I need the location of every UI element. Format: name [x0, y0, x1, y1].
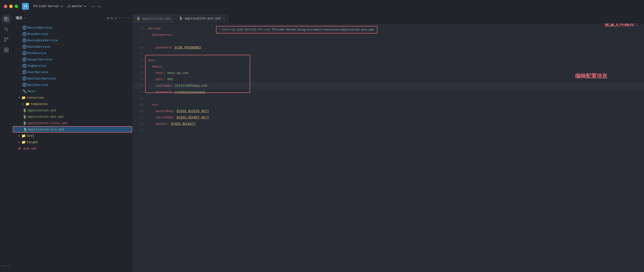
- project-name[interactable]: ThriveX-Server ▾: [33, 5, 63, 8]
- branch-selector[interactable]: ⎇ master ▾: [67, 5, 86, 8]
- tree-item-resources[interactable]: ▼ 📁 resources: [13, 94, 132, 101]
- interface-icon: I: [22, 51, 26, 55]
- redo-button[interactable]: ↪: [98, 4, 100, 9]
- svg-rect-1: [6, 17, 8, 18]
- code-line-15: port: 465: [148, 76, 644, 83]
- main-layout: ··· 项目 ▾ ⊕ ⇅ ✕ ··· — I RecordService: [0, 13, 644, 272]
- interface-icon: I: [22, 45, 26, 49]
- chevron-right-icon: ▶: [18, 141, 20, 144]
- activity-git[interactable]: [2, 35, 11, 44]
- svg-rect-10: [6, 48, 8, 50]
- tab-close-icon[interactable]: ✕: [223, 16, 225, 21]
- tree-item-test[interactable]: ▶ 📁 test: [13, 133, 132, 139]
- tree-item-WallCateService[interactable]: I WallCateService: [13, 75, 132, 82]
- tree-item-application-pro-yml[interactable]: 🍃 application-pro.yml: [13, 126, 132, 133]
- code-line-11: [148, 51, 644, 57]
- tree-item-RssService[interactable]: I RssService: [13, 50, 132, 56]
- interface-icon: I: [22, 32, 26, 36]
- tree-item-application-yml[interactable]: 🍃 application.yml: [13, 107, 132, 114]
- close-sidebar-icon[interactable]: ✕: [114, 16, 117, 21]
- tree-item-target[interactable]: ▶ 📁 target: [13, 139, 132, 145]
- code-line-12: lyy:: [148, 57, 644, 64]
- tree-item-application-dev-yml[interactable]: 🍃 application-dev.yml: [13, 114, 132, 120]
- collapse-sidebar-icon[interactable]: —: [127, 16, 129, 21]
- tree-item-RoleService[interactable]: I RoleService: [13, 31, 132, 37]
- activity-explorer[interactable]: [2, 15, 11, 24]
- code-line-20: accessKey: ${OSS_ACCESS_KEY}: [148, 108, 644, 114]
- fullscreen-button[interactable]: [15, 5, 18, 8]
- interface-icon: I: [22, 58, 26, 61]
- editor-area: 🍃 application.yml 🍃 application-pro.yml …: [132, 13, 644, 272]
- sidebar-actions: ⊕ ⇅ ✕ ··· —: [107, 16, 129, 21]
- code-line-23: [148, 127, 644, 134]
- activity-extensions[interactable]: [2, 46, 11, 54]
- interface-icon: I: [22, 70, 26, 74]
- close-button[interactable]: [4, 5, 7, 8]
- tab-application-yml[interactable]: 🍃 application.yml: [132, 14, 175, 23]
- code-line-13: email:: [148, 64, 644, 70]
- code-line-19: oss:: [148, 102, 644, 108]
- tree-item-application-local-yml[interactable]: 🍃 application-local.yml: [13, 120, 132, 126]
- code-line-dots: ···: [148, 38, 644, 45]
- titlebar: TX ThriveX-Server ▾ ⎇ master ▾ ↩ ↪: [0, 0, 644, 13]
- sidebar-tree: I RecordService I RoleService I RouteRol…: [13, 24, 132, 272]
- tab-application-pro-yml[interactable]: 🍃 application-pro.yml ✕: [175, 14, 229, 23]
- sort-icon[interactable]: ⇅: [111, 16, 113, 21]
- code-line-10: password: ${DB_PASSWORD}: [148, 45, 644, 51]
- line-numbers: 4 5 ... 10 11 12 13 14 15 16 17 18 19 20…: [132, 24, 145, 272]
- svg-line-5: [7, 30, 8, 31]
- code-area[interactable]: spring: datasource: ··· password: ${DB_P…: [145, 24, 644, 272]
- code-line-18: [148, 95, 644, 102]
- svg-rect-12: [6, 50, 8, 52]
- svg-point-6: [4, 38, 6, 39]
- tree-item-WallService[interactable]: I WallService: [13, 82, 132, 88]
- traffic-lights: [4, 5, 18, 8]
- code-line-22: bucket: ${OSS_BUCKET}: [148, 121, 644, 127]
- svg-rect-9: [4, 48, 6, 50]
- tree-item-RecordService[interactable]: I RecordService: [13, 25, 132, 31]
- code-line-16: username: 3311118881@qq.com: [148, 83, 644, 89]
- chevron-down-icon: ▼: [18, 96, 20, 99]
- tab-bar: 🍃 application.yml 🍃 application-pro.yml …: [132, 13, 644, 24]
- config-path-label: 配置文件路径：: [605, 24, 639, 28]
- undo-button[interactable]: ↩: [92, 4, 95, 9]
- activity-more[interactable]: ···: [2, 261, 11, 270]
- chevron-right-icon: ▶: [22, 103, 24, 105]
- minimize-button[interactable]: [9, 5, 13, 8]
- code-line-17: password: srqbbbubaaaaaaaa: [148, 89, 644, 95]
- tree-item-Main[interactable]: 🔧 Main: [13, 88, 132, 94]
- app-icon: TX: [22, 3, 29, 10]
- svg-rect-2: [6, 19, 8, 21]
- tree-item-TagService[interactable]: I TagService: [13, 63, 132, 69]
- tree-item-RouteService[interactable]: I RouteService: [13, 44, 132, 50]
- svg-rect-11: [4, 50, 6, 52]
- sidebar-title: 项目 ▾: [16, 16, 26, 20]
- code-line-21: secretKey: ${OSS_SECRET_KEY}: [148, 114, 644, 121]
- chevron-right-icon: ▶: [18, 134, 20, 137]
- activity-bar: ···: [0, 13, 13, 272]
- edit-config-label: 编辑配置信息: [575, 72, 607, 80]
- tree-item-RouteRoleService[interactable]: I RouteRoleService: [13, 37, 132, 44]
- titlebar-actions: ↩ ↪: [92, 4, 100, 9]
- sidebar: 项目 ▾ ⊕ ⇅ ✕ ··· — I RecordService I RoleS…: [13, 13, 132, 272]
- interface-icon: I: [22, 26, 26, 30]
- svg-rect-0: [4, 17, 6, 19]
- tree-item-templates[interactable]: ▶ 📁 templates: [13, 101, 132, 107]
- code-line-14: host: smtp.qq.com: [148, 70, 644, 76]
- svg-rect-3: [4, 20, 6, 21]
- interface-icon: I: [22, 38, 26, 42]
- svg-point-8: [4, 40, 6, 42]
- tree-item-pom-xml[interactable]: m pom.xml: [13, 145, 132, 152]
- tree-item-UserService[interactable]: I UserService: [13, 69, 132, 75]
- interface-icon: I: [22, 64, 26, 68]
- interface-icon: I: [22, 77, 26, 81]
- sidebar-header: 项目 ▾ ⊕ ⇅ ✕ ··· —: [13, 13, 132, 24]
- more-options-icon[interactable]: ···: [118, 16, 126, 21]
- path-tooltip: ~/Desktop/桌面/项目合集/ThriveX ThriveX-Server…: [216, 26, 378, 34]
- interface-icon: I: [22, 83, 26, 87]
- editor-content: 4 5 ... 10 11 12 13 14 15 16 17 18 19 20…: [132, 24, 644, 272]
- new-file-icon[interactable]: ⊕: [107, 16, 110, 21]
- tree-item-SwiperService[interactable]: I SwiperService: [13, 56, 132, 63]
- activity-search[interactable]: [2, 25, 11, 34]
